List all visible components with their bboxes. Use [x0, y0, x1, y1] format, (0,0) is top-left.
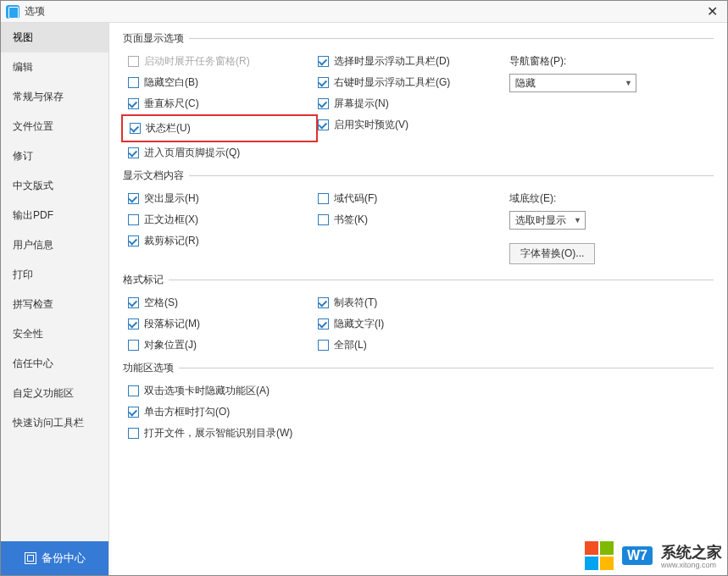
chk-live-preview[interactable]: 启用实时预览(V) [318, 118, 504, 132]
close-icon[interactable]: ✕ [702, 2, 722, 22]
backup-icon [25, 552, 36, 564]
checkbox-icon [318, 214, 329, 225]
chk-para-marks[interactable]: 段落标记(M) [128, 317, 318, 331]
checkbox-icon [128, 340, 139, 351]
chk-expand-task-pane: 启动时展开任务窗格(R) [128, 54, 318, 69]
checkbox-icon [128, 214, 139, 225]
checkbox-icon [128, 56, 139, 67]
group-ribbon-options-legend: 功能区选项 [123, 361, 179, 375]
sidebar-item-chinese-layout[interactable]: 中文版式 [1, 171, 108, 201]
sidebar-item-edit[interactable]: 编辑 [1, 53, 108, 82]
checkbox-icon [318, 77, 329, 88]
field-shading-select[interactable]: 选取时显示 ▼ [509, 211, 586, 230]
checkbox-icon [128, 428, 139, 439]
group-doc-content: 显示文档内容 突出显示(H) 正文边框(X) 裁剪标记( [123, 169, 714, 264]
sidebar-item-quick-access[interactable]: 快速访问工具栏 [1, 408, 108, 438]
nav-pane-select[interactable]: 隐藏 ▼ [509, 74, 636, 92]
field-shading-label: 域底纹(E): [509, 191, 714, 206]
checkbox-icon [128, 77, 139, 88]
group-ribbon-options: 功能区选项 双击选项卡时隐藏功能区(A) 单击方框时打勾(O) 打开文件，展示智… [123, 361, 714, 440]
highlight-status-bar: 状态栏(U) [121, 114, 318, 142]
app-logo [6, 5, 19, 19]
sidebar-item-trust-center[interactable]: 信任中心 [1, 349, 108, 379]
backup-label: 备份中心 [42, 551, 86, 566]
sidebar-item-security[interactable]: 安全性 [1, 319, 108, 349]
chk-spaces[interactable]: 空格(S) [128, 296, 318, 310]
chk-field-codes[interactable]: 域代码(F) [318, 191, 504, 206]
sidebar-item-custom-ribbon[interactable]: 自定义功能区 [1, 379, 108, 408]
chk-hide-blank[interactable]: 隐藏空白(B) [128, 75, 318, 90]
chk-bookmarks[interactable]: 书签(K) [318, 213, 504, 227]
chevron-down-icon: ▼ [574, 216, 581, 224]
checkbox-icon [128, 385, 139, 396]
sidebar-item-print[interactable]: 打印 [1, 260, 108, 290]
window-title: 选项 [25, 4, 45, 19]
backup-center-button[interactable]: 备份中心 [1, 541, 108, 575]
chk-single-click-check[interactable]: 单击方框时打勾(O) [128, 405, 714, 419]
chk-object-anchors[interactable]: 对象位置(J) [128, 338, 318, 352]
checkbox-icon [318, 56, 329, 67]
chk-hidden-text[interactable]: 隐藏文字(I) [318, 317, 504, 331]
checkbox-icon [128, 193, 139, 204]
group-page-display-legend: 页面显示选项 [123, 31, 189, 46]
chk-float-toolbar-right[interactable]: 右键时显示浮动工具栏(G) [318, 75, 504, 90]
chk-tab-chars[interactable]: 制表符(T) [318, 296, 504, 310]
checkbox-icon [128, 318, 139, 330]
group-format-marks: 格式标记 空格(S) 段落标记(M) 对象位置(J) [123, 273, 714, 352]
checkbox-icon [318, 119, 329, 130]
chk-text-boundary[interactable]: 正文边框(X) [128, 213, 318, 227]
field-shading-value: 选取时显示 [515, 213, 566, 228]
chk-screen-tip[interactable]: 屏幕提示(N) [318, 97, 504, 111]
chk-highlight[interactable]: 突出显示(H) [128, 191, 318, 206]
group-doc-content-legend: 显示文档内容 [123, 169, 189, 183]
chk-open-file-smart-dir[interactable]: 打开文件，展示智能识别目录(W) [128, 426, 714, 440]
sidebar-item-view[interactable]: 视图 [1, 23, 108, 53]
chk-vertical-ruler[interactable]: 垂直标尺(C) [128, 97, 318, 111]
chk-float-toolbar-select[interactable]: 选择时显示浮动工具栏(D) [318, 54, 504, 69]
group-format-marks-legend: 格式标记 [123, 273, 169, 287]
chevron-down-icon: ▼ [625, 79, 632, 87]
checkbox-icon [128, 98, 139, 109]
nav-pane-value: 隐藏 [515, 76, 536, 91]
chk-status-bar[interactable]: 状态栏(U) [130, 121, 191, 136]
sidebar-item-user-info[interactable]: 用户信息 [1, 230, 108, 260]
sidebar-item-output-pdf[interactable]: 输出PDF [1, 201, 108, 230]
chk-crop-marks[interactable]: 裁剪标记(R) [128, 234, 318, 248]
sidebar-item-revision[interactable]: 修订 [1, 141, 108, 171]
chk-all[interactable]: 全部(L) [318, 338, 504, 352]
checkbox-icon [128, 297, 139, 308]
checkbox-icon [128, 407, 139, 418]
font-substitute-button[interactable]: 字体替换(O)... [509, 243, 595, 264]
checkbox-icon [318, 98, 329, 109]
checkbox-icon [318, 318, 329, 330]
sidebar-item-file-location[interactable]: 文件位置 [1, 112, 108, 141]
checkbox-icon [318, 297, 329, 308]
group-page-display: 页面显示选项 启动时展开任务窗格(R) 隐藏空白(B) [123, 31, 714, 160]
sidebar-item-spellcheck[interactable]: 拼写检查 [1, 290, 108, 319]
nav-pane-label: 导航窗格(P): [509, 54, 714, 69]
checkbox-icon [128, 147, 139, 158]
chk-dblclick-hide-ribbon[interactable]: 双击选项卡时隐藏功能区(A) [128, 384, 714, 398]
checkbox-icon [318, 193, 329, 204]
checkbox-icon [128, 235, 139, 246]
sidebar: 视图 编辑 常规与保存 文件位置 修订 中文版式 输出PDF 用户信息 打印 拼… [1, 23, 109, 575]
chk-enter-header-footer[interactable]: 进入页眉页脚提示(Q) [128, 146, 318, 160]
checkbox-icon [130, 123, 141, 134]
checkbox-icon [318, 340, 329, 351]
sidebar-item-general-save[interactable]: 常规与保存 [1, 82, 108, 112]
